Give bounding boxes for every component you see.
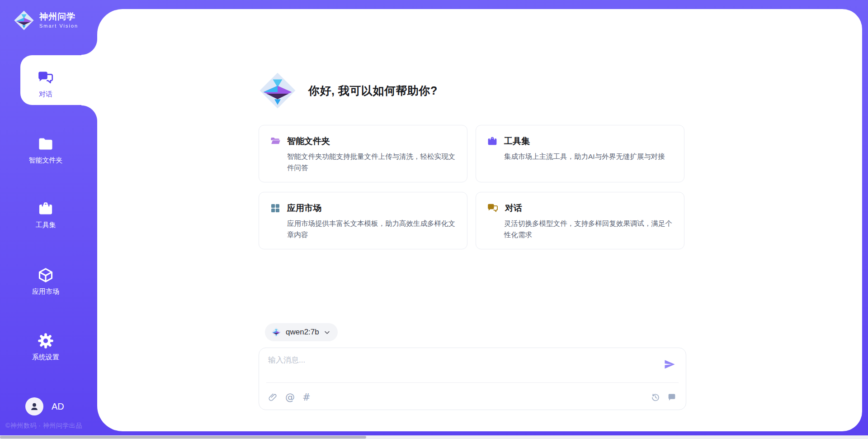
main-panel: 你好, 我可以如何帮助你? 智能文件夹 智能文件夹功能支持批量文件上传与清洗，轻…: [97, 9, 862, 431]
sidebar-item-label: 对话: [39, 90, 52, 99]
sidebar-item-label: 应用市场: [32, 287, 59, 296]
user-account[interactable]: AD: [25, 397, 64, 415]
sidebar-item-smart-folder[interactable]: 智能文件夹: [20, 136, 71, 165]
sidebar-item-label: 智能文件夹: [29, 156, 63, 165]
mention-button[interactable]: @: [285, 392, 295, 402]
cube-icon: [37, 267, 54, 283]
card-title: 工具集: [504, 135, 530, 147]
sidebar-item-label: 系统设置: [32, 353, 59, 362]
sidebar-item-toolset[interactable]: 工具集: [20, 200, 71, 229]
composer-divider: [266, 382, 679, 383]
history-button[interactable]: [651, 392, 660, 402]
message-input[interactable]: [267, 354, 644, 379]
chat-icon: [37, 70, 54, 86]
card-header: 应用市场: [270, 202, 456, 214]
chat-icon: [487, 203, 499, 214]
user-initials: AD: [52, 401, 64, 412]
scrollbar-thumb[interactable]: [0, 436, 366, 439]
at-icon: @: [285, 392, 295, 402]
comment-icon: [667, 392, 677, 402]
attach-file-button[interactable]: [268, 393, 278, 402]
tab-fillet-top: [81, 39, 98, 55]
greeting-title: 你好, 我可以如何帮助你?: [308, 83, 438, 98]
grid-icon: [270, 203, 281, 214]
model-name: qwen2:7b: [286, 328, 319, 337]
send-button[interactable]: [663, 358, 676, 371]
card-header: 智能文件夹: [270, 135, 456, 147]
card-description: 灵活切换多模型文件，支持多样回复效果调试，满足个性化需求: [504, 218, 673, 241]
brand-diamond-logo-icon: [14, 10, 34, 31]
brand-name: 神州问学: [39, 12, 78, 22]
model-logo-icon: [271, 327, 281, 337]
folder-icon: [37, 136, 54, 152]
card-toolset[interactable]: 工具集 集成市场上主流工具，助力AI与外界无缝扩展与对接: [476, 125, 684, 182]
new-conversation-button[interactable]: [667, 392, 677, 402]
sidebar-item-app-market[interactable]: 应用市场: [20, 267, 71, 296]
card-chat[interactable]: 对话 灵活切换多模型文件，支持多样回复效果调试，满足个性化需求: [476, 192, 684, 249]
card-description: 集成市场上主流工具，助力AI与外界无缝扩展与对接: [504, 151, 673, 162]
card-title: 智能文件夹: [287, 135, 330, 147]
card-title: 应用市场: [287, 202, 321, 214]
tab-fillet-bottom: [81, 105, 98, 121]
topic-button[interactable]: #: [302, 392, 311, 402]
history-icon: [651, 392, 660, 402]
app-window: 神州问学 Smart Vision 对话 智能文件夹 工具集 应用市场 系统设置: [0, 0, 868, 439]
avatar: [25, 397, 43, 415]
message-composer: @ #: [259, 348, 686, 410]
send-icon: [663, 358, 676, 371]
feature-cards-grid: 智能文件夹 智能文件夹功能支持批量文件上传与清洗，轻松实现文件问答 工具集 集成…: [259, 125, 686, 249]
horizontal-scrollbar: [0, 435, 868, 439]
card-smart-folder[interactable]: 智能文件夹 智能文件夹功能支持批量文件上传与清洗，轻松实现文件问答: [259, 125, 467, 182]
toolbox-icon: [487, 136, 498, 147]
folder-open-icon: [270, 136, 281, 147]
copyright-text: ©神州数码 · 神州问学出品: [5, 422, 82, 430]
card-app-market[interactable]: 应用市场 应用市场提供丰富长文本模板，助力高效生成多样化文章内容: [259, 192, 467, 249]
brand-subtitle: Smart Vision: [39, 23, 78, 29]
gear-icon: [37, 333, 54, 349]
composer-toolbar-right: [651, 392, 677, 402]
sidebar-item-chat[interactable]: 对话: [20, 70, 71, 99]
toolbox-icon: [37, 200, 54, 217]
card-title: 对话: [505, 202, 522, 214]
card-header: 对话: [487, 202, 673, 214]
card-description: 应用市场提供丰富长文本模板，助力高效生成多样化文章内容: [287, 218, 456, 241]
card-header: 工具集: [487, 135, 673, 147]
chevron-down-icon: [324, 329, 330, 336]
card-description: 智能文件夹功能支持批量文件上传与清洗，轻松实现文件问答: [287, 151, 456, 174]
sidebar-item-label: 工具集: [36, 221, 56, 229]
user-avatar-icon: [28, 401, 40, 412]
brand-text: 神州问学 Smart Vision: [39, 12, 78, 29]
composer-toolbar-left: @ #: [268, 392, 311, 402]
sidebar-item-settings[interactable]: 系统设置: [20, 333, 71, 362]
paperclip-icon: [268, 393, 278, 402]
greeting-row: 你好, 我可以如何帮助你?: [259, 72, 438, 110]
brand-logo-row: 神州问学 Smart Vision: [14, 10, 78, 31]
hash-icon: #: [302, 392, 311, 402]
model-selector[interactable]: qwen2:7b: [265, 323, 338, 341]
greeting-diamond-logo-icon: [259, 72, 297, 110]
